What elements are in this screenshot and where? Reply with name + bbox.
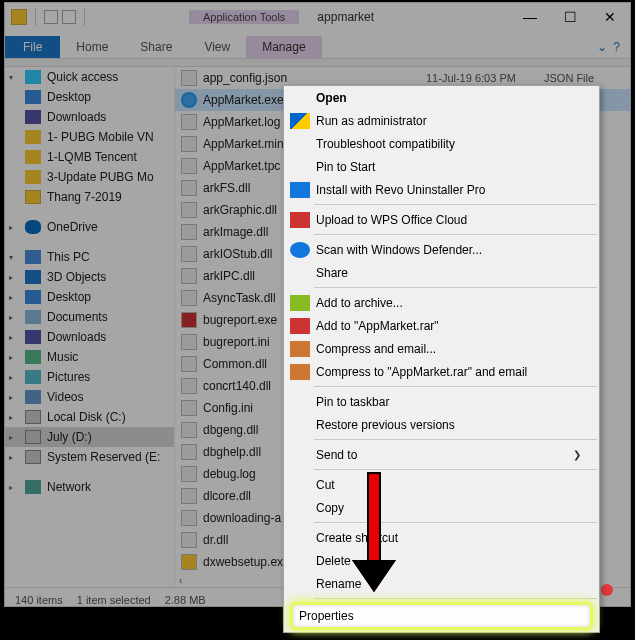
share-icon (290, 265, 310, 281)
file-icon (181, 290, 197, 306)
file-icon (181, 554, 197, 570)
disk-icon (25, 430, 41, 444)
context-menu: Open Run as administrator Troubleshoot c… (283, 85, 600, 633)
sidebar-folder[interactable]: 3-Update PUBG Mo (5, 167, 174, 187)
file-icon (181, 422, 197, 438)
file-icon (181, 334, 197, 350)
sidebar-videos[interactable]: ▸Videos (5, 387, 174, 407)
folder-icon (25, 170, 41, 184)
sidebar-quick-access[interactable]: ▾Quick access (5, 67, 174, 87)
sidebar-pictures[interactable]: ▸Pictures (5, 367, 174, 387)
sidebar-downloads[interactable]: ▸Downloads (5, 327, 174, 347)
menu-compress-rar-email[interactable]: Compress to "AppMarket.rar" and email (284, 360, 599, 383)
desktop-icon (25, 290, 41, 304)
cube-icon (25, 270, 41, 284)
menu-cut[interactable]: Cut (284, 473, 599, 496)
file-icon (181, 488, 197, 504)
ribbon-help[interactable]: ⌄ ? (587, 36, 630, 58)
tab-share[interactable]: Share (124, 36, 188, 58)
file-icon (181, 92, 197, 108)
file-icon (181, 466, 197, 482)
sidebar-music[interactable]: ▸Music (5, 347, 174, 367)
menu-run-as-admin[interactable]: Run as administrator (284, 109, 599, 132)
file-icon (181, 246, 197, 262)
file-icon (181, 136, 197, 152)
file-icon (181, 180, 197, 196)
file-icon (181, 114, 197, 130)
sidebar-downloads[interactable]: Downloads (5, 107, 174, 127)
menu-create-shortcut[interactable]: Create shortcut (284, 526, 599, 549)
defender-icon (290, 242, 310, 258)
tab-view[interactable]: View (188, 36, 246, 58)
sidebar-system-reserved[interactable]: ▸System Reserved (E: (5, 447, 174, 467)
menu-share[interactable]: Share (284, 261, 599, 284)
menu-open[interactable]: Open (284, 86, 599, 109)
menu-delete[interactable]: Delete (284, 549, 599, 572)
file-type: JSON File (544, 72, 624, 84)
menu-revo[interactable]: Install with Revo Uninstaller Pro (284, 178, 599, 201)
menu-wps-upload[interactable]: Upload to WPS Office Cloud (284, 208, 599, 231)
sidebar-desktop[interactable]: Desktop (5, 87, 174, 107)
menu-copy[interactable]: Copy (284, 496, 599, 519)
menu-add-rar[interactable]: Add to "AppMarket.rar" (284, 314, 599, 337)
disk-icon (25, 450, 41, 464)
tab-file[interactable]: File (5, 36, 60, 58)
qat-btn[interactable] (44, 10, 58, 24)
sidebar-documents[interactable]: ▸Documents (5, 307, 174, 327)
dot-icon (601, 584, 613, 596)
file-icon (181, 70, 197, 86)
sidebar-network[interactable]: ▸Network (5, 477, 174, 497)
folder-icon (25, 190, 41, 204)
file-icon (181, 400, 197, 416)
file-icon (181, 224, 197, 240)
tab-manage[interactable]: Manage (246, 36, 321, 58)
file-name: app_config.json (203, 71, 426, 85)
chevron-right-icon: ❯ (573, 449, 581, 460)
selection-count: 1 item selected (77, 594, 151, 606)
close-button[interactable]: ✕ (590, 3, 630, 31)
navigation-pane[interactable]: ▾Quick access Desktop Downloads 1- PUBG … (5, 67, 175, 587)
maximize-button[interactable]: ☐ (550, 3, 590, 31)
sidebar-desktop[interactable]: ▸Desktop (5, 287, 174, 307)
menu-compress-email[interactable]: Compress and email... (284, 337, 599, 360)
sidebar-3d-objects[interactable]: ▸3D Objects (5, 267, 174, 287)
menu-properties[interactable]: Properties (290, 602, 593, 630)
menu-pin-taskbar[interactable]: Pin to taskbar (284, 390, 599, 413)
selection-size: 2.88 MB (165, 594, 206, 606)
menu-restore-versions[interactable]: Restore previous versions (284, 413, 599, 436)
downloads-icon (25, 330, 41, 344)
tab-home[interactable]: Home (60, 36, 124, 58)
menu-add-archive[interactable]: Add to archive... (284, 291, 599, 314)
sidebar-local-disk-c[interactable]: ▸Local Disk (C:) (5, 407, 174, 427)
menu-defender[interactable]: Scan with Windows Defender... (284, 238, 599, 261)
sidebar-folder[interactable]: 1- PUBG Mobile VN (5, 127, 174, 147)
sidebar-folder[interactable]: 1-LQMB Tencent (5, 147, 174, 167)
sidebar-july-d[interactable]: ▸July (D:) (5, 427, 174, 447)
menu-pin-start[interactable]: Pin to Start (284, 155, 599, 178)
sidebar-onedrive[interactable]: ▸OneDrive (5, 217, 174, 237)
folder-icon (25, 150, 41, 164)
wps-icon (290, 212, 310, 228)
archive-icon (290, 364, 310, 380)
file-icon (181, 510, 197, 526)
contextual-tab-label: Application Tools (189, 10, 299, 24)
star-icon (25, 70, 41, 84)
pictures-icon (25, 370, 41, 384)
file-icon (181, 268, 197, 284)
qat-btn[interactable] (62, 10, 76, 24)
item-count: 140 items (15, 594, 63, 606)
file-icon (181, 356, 197, 372)
sidebar-this-pc[interactable]: ▾This PC (5, 247, 174, 267)
minimize-button[interactable]: — (510, 3, 550, 31)
folder-icon (25, 130, 41, 144)
network-icon (25, 480, 41, 494)
help-icon[interactable]: ? (613, 40, 620, 54)
sidebar-folder[interactable]: Thang 7-2019 (5, 187, 174, 207)
menu-rename[interactable]: Rename (284, 572, 599, 595)
file-icon (181, 202, 197, 218)
downloads-icon (25, 110, 41, 124)
pc-icon (25, 250, 41, 264)
menu-send-to[interactable]: Send to❯ (284, 443, 599, 466)
archive-icon (290, 318, 310, 334)
menu-troubleshoot[interactable]: Troubleshoot compatibility (284, 132, 599, 155)
